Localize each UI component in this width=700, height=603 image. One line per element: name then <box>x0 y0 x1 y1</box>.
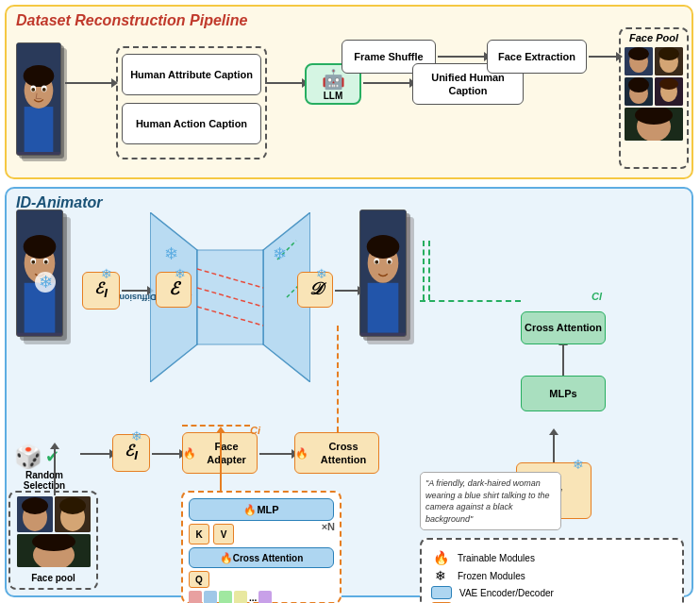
cross-attention-top-box: Cross Attention <box>521 311 606 344</box>
arrow-v-facepool <box>54 448 56 495</box>
arrow-to-face-pool <box>589 56 617 58</box>
svg-point-47 <box>375 260 378 264</box>
snowflake-d: ❄ <box>316 266 327 281</box>
arrow-person-to-caption <box>65 82 112 84</box>
svg-text:❄: ❄ <box>164 244 178 263</box>
svg-point-29 <box>31 260 35 264</box>
svg-point-30 <box>44 260 48 264</box>
bottom-section: ID-Animator ❄ ℰI ❄ <box>5 187 693 597</box>
legend-vae: VAE Encoder/Decoder <box>431 586 673 599</box>
face-pool-grid <box>625 47 683 141</box>
svg-point-54 <box>59 497 86 514</box>
vae-swatch <box>431 586 452 599</box>
svg-point-44 <box>367 235 400 259</box>
legend-box: 🔥 Trainable Modules ❄ Frozen Modules VAE… <box>420 538 684 603</box>
arrow-caption-to-llm <box>265 82 303 84</box>
svg-point-26 <box>24 235 57 259</box>
svg-point-6 <box>31 88 35 92</box>
latent-token-row: ... <box>189 591 334 603</box>
v-box: V <box>213 524 234 544</box>
dashed-ci-h <box>182 425 250 427</box>
mlps-box: MLPs <box>521 376 606 411</box>
svg-point-19 <box>659 78 678 90</box>
cl-label: Cl <box>592 291 602 302</box>
arrow-d-to-output <box>335 290 358 292</box>
snow-icon-legend: ❄ <box>431 568 450 583</box>
times-n-label: ×N <box>322 521 335 532</box>
token-3 <box>219 591 232 603</box>
svg-point-51 <box>22 497 48 514</box>
fire-icon-legend: 🔥 <box>431 550 450 565</box>
cross-attention-inner-box: 🔥 Cross Attention <box>189 547 334 568</box>
top-title: Dataset Reconstruction Pipeline <box>7 7 692 35</box>
face-pool-bottom: Face pool <box>8 491 98 590</box>
svg-point-48 <box>388 260 392 264</box>
token-4 <box>234 591 247 603</box>
svg-point-7 <box>42 88 46 92</box>
svg-rect-1 <box>25 107 54 152</box>
arrow-v-ei-br <box>553 434 555 462</box>
token-dots: ... <box>249 593 257 603</box>
mlp-inner-box: 🔥 MLP <box>189 498 334 521</box>
top-section: Dataset Reconstruction Pipeline <box>5 5 693 179</box>
kv-row: K V <box>189 524 334 544</box>
quote-box: "A friendly, dark-haired woman wearing a… <box>420 472 561 530</box>
svg-rect-42 <box>368 283 399 333</box>
token-2 <box>204 591 217 603</box>
facial-latent-box: 🔥 MLP K V 🔥 Cross Attention Q ... ×N F <box>181 491 342 603</box>
dashed-green-v2 <box>428 241 430 300</box>
legend-trainable: 🔥 Trainable Modules <box>431 550 673 565</box>
ci-label: Ci <box>250 425 260 436</box>
arrow-v-facial-latent <box>220 432 222 491</box>
arrow-v-mlps <box>562 344 564 376</box>
legend-frozen: ❄ Frozen Modules <box>431 568 673 583</box>
q-box: Q <box>189 571 209 588</box>
face-pool-bottom-grid <box>13 493 94 571</box>
cross-attention-mid-box: 🔥 Cross Attention <box>294 432 379 474</box>
svg-point-16 <box>628 77 649 92</box>
snowflake-person: ❄ <box>35 272 56 293</box>
arrow-frame-to-face <box>438 56 485 58</box>
human-attr-box: Human Attribute Caption <box>122 54 261 95</box>
dashed-cl-h <box>420 300 521 302</box>
snowflake-ei-mid: ❄ <box>131 428 142 444</box>
arrow-random-to-ei <box>80 453 110 455</box>
random-selection-label: Random Selection <box>11 470 77 491</box>
face-pool-top-box: Face Pool <box>619 27 689 169</box>
arrow-faceadapter-to-crossattn <box>259 453 292 455</box>
encoder-e: ℰ <box>156 272 192 308</box>
k-box: K <box>189 524 209 544</box>
face-extraction-box: Face Extraction <box>487 40 587 74</box>
output-frames <box>359 209 418 346</box>
svg-text:❄: ❄ <box>273 244 287 263</box>
arrow-llm-to-unified <box>363 82 410 84</box>
dashed-green-v1 <box>423 241 425 300</box>
person-frames-top <box>16 42 71 165</box>
human-action-box: Human Action Caption <box>122 103 261 144</box>
snowflake-e: ❄ <box>175 266 186 281</box>
arrow-ei-to-faceadapter <box>152 453 180 455</box>
dice-icon: 🎲 <box>14 444 42 470</box>
arrow-ei-to-mid <box>122 290 148 292</box>
q-row: Q <box>189 571 334 588</box>
snowflake-ei-first: ❄ <box>101 266 112 281</box>
snowflake-ei-br: ❄ <box>573 457 584 472</box>
token-1 <box>189 591 202 603</box>
decoder-d: 𝒟 <box>297 272 333 308</box>
svg-point-13 <box>658 47 679 60</box>
svg-point-10 <box>628 47 649 60</box>
check-icon: ✔ <box>45 446 59 467</box>
svg-point-3 <box>24 65 55 87</box>
token-n <box>258 591 272 603</box>
dashed-ci-vertical <box>337 326 339 432</box>
bottom-title: ID-Animator <box>7 189 692 217</box>
